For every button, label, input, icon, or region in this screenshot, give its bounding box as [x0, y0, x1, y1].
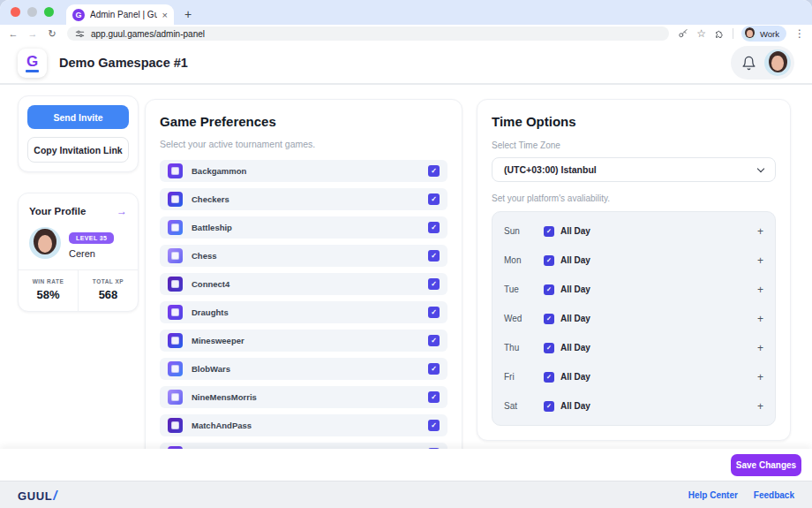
game-icon [168, 418, 183, 433]
game-checkbox[interactable]: ✓ [428, 307, 440, 318]
all-day-checkbox[interactable]: ✓ [544, 226, 554, 237]
all-day-checkbox[interactable]: ✓ [544, 401, 554, 412]
game-row[interactable]: BlobWars✓ [160, 358, 447, 380]
url-text: app.guul.games/admin-panel [91, 29, 205, 39]
notifications-bell-icon[interactable] [741, 56, 756, 71]
address-bar[interactable]: app.guul.games/admin-panel [67, 27, 669, 41]
stat-value: 58% [19, 288, 78, 301]
game-row[interactable]: Draughts✓ [160, 301, 447, 323]
app-header: G Demo Gamespace #1 [0, 42, 812, 85]
game-checkbox[interactable]: ✓ [428, 363, 440, 375]
game-icon [168, 192, 183, 207]
game-list: Backgammon✓Checkers✓Battleship✓Chess✓Con… [160, 160, 447, 465]
guul-footer-logo: GUUL / [18, 488, 57, 503]
browser-menu-icon[interactable]: ⋮ [794, 27, 805, 40]
game-checkbox[interactable]: ✓ [428, 222, 440, 233]
stat-value: 568 [79, 288, 138, 301]
game-checkbox[interactable]: ✓ [428, 391, 440, 403]
save-changes-button[interactable]: Save Changes [731, 454, 801, 476]
add-time-slot-button[interactable]: + [757, 254, 763, 267]
profile-card: Your Profile → LEVEL 35 Ceren WIN RATE 5… [18, 193, 139, 312]
game-checkbox[interactable]: ✓ [428, 193, 440, 205]
add-time-slot-button[interactable]: + [757, 284, 763, 296]
game-row[interactable]: Minesweeper✓ [160, 330, 447, 352]
page-title: Demo Gamespace #1 [59, 56, 188, 70]
stat-win-rate: WIN RATE 58% [19, 270, 78, 311]
tab-close-icon[interactable]: × [162, 10, 168, 20]
game-checkbox[interactable]: ✓ [428, 250, 440, 262]
window-close-button[interactable] [11, 7, 20, 17]
tab-title: Admin Panel | Guul [90, 10, 157, 19]
copy-invitation-link-button[interactable]: Copy Invitation Link [27, 137, 129, 163]
timezone-select[interactable]: (UTC+03:00) Istanbul [492, 157, 776, 182]
browser-toolbar: ← → ↻ app.guul.games/admin-panel ☆ Work … [0, 25, 812, 42]
game-row[interactable]: Battleship✓ [160, 216, 447, 239]
browser-profile-label: Work [760, 29, 779, 39]
game-icon [168, 277, 183, 292]
all-day-checkbox[interactable]: ✓ [544, 255, 554, 266]
bookmark-star-icon[interactable]: ☆ [696, 28, 706, 39]
all-day-checkbox[interactable]: ✓ [544, 284, 554, 295]
add-time-slot-button[interactable]: + [757, 313, 763, 325]
game-name-label: Connect4 [192, 279, 229, 289]
game-row[interactable]: Chess✓ [160, 245, 447, 267]
stat-total-xp: TOTAL XP 568 [78, 270, 138, 311]
day-row: Sat✓All Day+ [504, 391, 763, 421]
game-row[interactable]: Backgammon✓ [160, 160, 447, 182]
day-row: Thu✓All Day+ [504, 333, 763, 362]
guul-logo[interactable]: G [18, 49, 47, 78]
game-row[interactable]: Connect4✓ [160, 273, 447, 295]
game-checkbox[interactable]: ✓ [428, 420, 440, 431]
back-icon[interactable]: ← [7, 28, 19, 39]
day-row: Tue✓All Day+ [504, 275, 763, 304]
toolbar-divider [733, 28, 733, 39]
all-day-checkbox[interactable]: ✓ [544, 372, 554, 383]
day-label: Thu [504, 343, 544, 353]
tab-favicon: G [72, 9, 85, 21]
game-icon [168, 333, 183, 348]
browser-profile-chip[interactable]: Work [741, 26, 786, 42]
site-settings-icon[interactable] [75, 29, 85, 39]
add-time-slot-button[interactable]: + [757, 400, 763, 413]
send-invite-button[interactable]: Send Invite [27, 105, 129, 129]
reload-icon[interactable]: ↻ [46, 28, 58, 40]
help-center-link[interactable]: Help Center [688, 490, 738, 500]
game-checkbox[interactable]: ✓ [428, 165, 440, 177]
day-row: Fri✓All Day+ [504, 362, 763, 391]
all-day-checkbox[interactable]: ✓ [544, 314, 554, 324]
day-label: Fri [504, 372, 544, 382]
game-checkbox[interactable]: ✓ [428, 335, 440, 346]
new-tab-button[interactable]: + [174, 7, 192, 25]
browser-tab[interactable]: G Admin Panel | Guul × [66, 4, 174, 25]
game-icon [168, 305, 183, 320]
add-time-slot-button[interactable]: + [757, 225, 763, 238]
footer-logo-slash: / [53, 488, 57, 503]
all-day-checkbox[interactable]: ✓ [544, 343, 554, 353]
feedback-link[interactable]: Feedback [754, 490, 794, 500]
day-label: Tue [504, 284, 544, 294]
header-actions [731, 46, 794, 80]
game-checkbox[interactable]: ✓ [428, 278, 440, 290]
password-key-icon[interactable] [678, 28, 688, 39]
add-time-slot-button[interactable]: + [757, 371, 763, 383]
game-row[interactable]: MatchAndPass✓ [160, 414, 447, 436]
profile-arrow-icon[interactable]: → [117, 205, 127, 217]
timezone-label: Select Time Zone [492, 140, 776, 150]
logo-letter: G [26, 54, 38, 69]
save-bar: Save Changes [0, 449, 812, 481]
window-zoom-button[interactable] [44, 7, 54, 17]
all-day-label: All Day [560, 284, 590, 294]
game-row[interactable]: NineMensMorris✓ [160, 386, 447, 408]
day-label: Sun [504, 226, 544, 236]
game-icon [168, 361, 183, 376]
forward-icon[interactable]: → [26, 28, 39, 39]
game-icon [168, 390, 183, 405]
extensions-puzzle-icon[interactable] [714, 28, 725, 39]
user-avatar[interactable] [764, 49, 791, 76]
window-minimize-button[interactable] [27, 7, 37, 17]
add-time-slot-button[interactable]: + [757, 342, 763, 354]
game-row[interactable]: Checkers✓ [160, 188, 447, 210]
timezone-value: (UTC+03:00) Istanbul [504, 164, 597, 175]
profile-name: Ceren [69, 248, 114, 259]
game-icon [168, 163, 183, 178]
